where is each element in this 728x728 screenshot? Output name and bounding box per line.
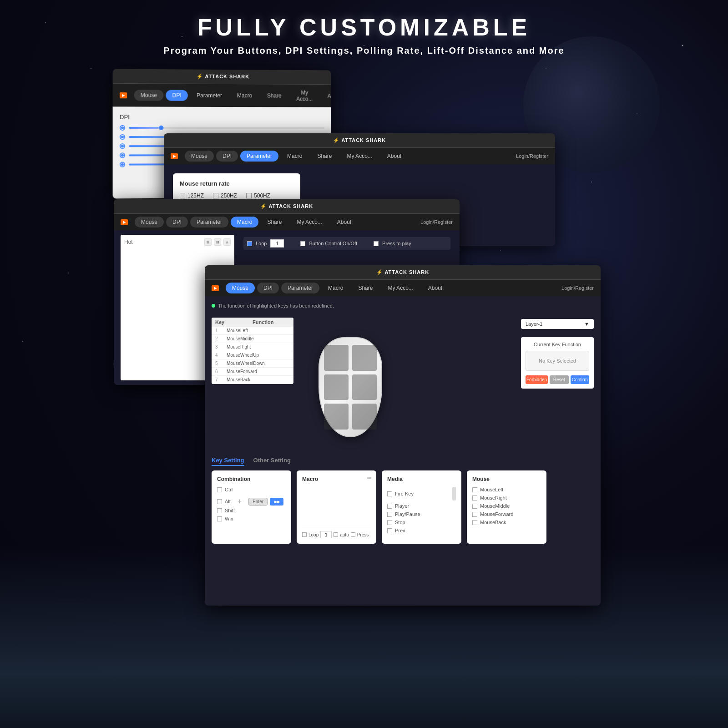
nav-about-dpi[interactable]: About bbox=[321, 91, 331, 101]
poll-checkbox-500[interactable] bbox=[246, 193, 252, 198]
reset-button[interactable]: Reset bbox=[550, 375, 568, 384]
nav-about-macro[interactable]: About bbox=[331, 217, 358, 228]
nav-macro-macro[interactable]: Macro bbox=[231, 217, 258, 228]
poll-500hz: 500HZ bbox=[246, 192, 270, 199]
nav-login-param[interactable]: Login/Register bbox=[516, 153, 548, 159]
macro-icon-1[interactable]: ⊞ bbox=[204, 238, 212, 246]
combo-extra-key: ■■ bbox=[270, 498, 283, 506]
ckp-value: No Key Selected bbox=[526, 351, 589, 371]
hole-4 bbox=[352, 374, 377, 400]
status-bar: The function of highlighted keys has bee… bbox=[212, 303, 594, 308]
nav-share-dpi[interactable]: Share bbox=[261, 90, 288, 101]
dpi-radio-5[interactable] bbox=[120, 162, 125, 167]
media-fire-check[interactable] bbox=[387, 491, 392, 496]
macro-loop-num[interactable] bbox=[320, 531, 332, 538]
tab-other-setting[interactable]: Other Setting bbox=[253, 457, 291, 466]
combo-win-check[interactable] bbox=[217, 516, 222, 521]
nav-mouse-dpi[interactable]: Mouse bbox=[134, 90, 163, 101]
nav-about-param[interactable]: About bbox=[381, 151, 408, 162]
nav-dpi-macro[interactable]: DPI bbox=[166, 217, 188, 228]
nav-mouse-mouse[interactable]: Mouse bbox=[226, 283, 255, 293]
key-row-3[interactable]: 3 MouseRight bbox=[212, 343, 293, 351]
tab-key-setting[interactable]: Key Setting bbox=[212, 457, 244, 466]
macro-icon-3[interactable]: ∧ bbox=[223, 238, 231, 246]
poll-checkbox-125[interactable] bbox=[180, 193, 185, 198]
nav-param-macro[interactable]: Parameter bbox=[190, 217, 228, 228]
dpi-slider-1[interactable] bbox=[129, 127, 324, 129]
confirm-button[interactable]: Confirm bbox=[571, 375, 589, 384]
key-func-4: MouseWheelUp bbox=[227, 353, 290, 358]
combo-alt-check[interactable] bbox=[217, 499, 222, 504]
macro-loop-checkbox[interactable] bbox=[302, 532, 307, 537]
key-row-7[interactable]: 7 MouseBack bbox=[212, 376, 293, 384]
key-row-5[interactable]: 5 MouseWheelDown bbox=[212, 359, 293, 368]
macro-edit-icon[interactable]: ✏ bbox=[367, 475, 372, 481]
macro-loop-check[interactable] bbox=[247, 241, 252, 246]
nav-dpi-mouse[interactable]: DPI bbox=[257, 283, 279, 293]
dpi-radio-1[interactable] bbox=[120, 125, 125, 131]
nav-macro-param[interactable]: Macro bbox=[281, 151, 308, 162]
combo-alt-label: Alt bbox=[225, 499, 231, 504]
mouse-shape bbox=[318, 337, 382, 437]
dpi-section-title: DPI bbox=[120, 114, 324, 121]
key-num-4: 4 bbox=[215, 353, 227, 358]
nav-about-mouse[interactable]: About bbox=[422, 283, 449, 293]
dpi-row-1 bbox=[120, 125, 324, 131]
macro-icon-2[interactable]: ⊟ bbox=[214, 238, 221, 246]
forbidden-button[interactable]: Forbidden bbox=[526, 375, 548, 384]
macro-auto-checkbox[interactable] bbox=[334, 532, 338, 537]
nav-share-param[interactable]: Share bbox=[311, 151, 338, 162]
nav-param-param[interactable]: Parameter bbox=[240, 151, 278, 162]
dpi-radio-2[interactable] bbox=[120, 134, 125, 140]
nav-share-macro[interactable]: Share bbox=[261, 217, 288, 228]
status-message: The function of highlighted keys has bee… bbox=[218, 303, 334, 308]
mouse-middle-check[interactable] bbox=[472, 504, 477, 509]
dpi-radio-4[interactable] bbox=[120, 152, 125, 158]
mouse-setting-window: ⚡ ATTACK SHARK ▶ Mouse DPI Parameter Mac… bbox=[205, 265, 601, 606]
ckp-buttons: Forbidden Reset Confirm bbox=[526, 375, 589, 384]
mouse-right-check[interactable] bbox=[472, 495, 477, 500]
nav-login-mouse[interactable]: Login/Register bbox=[561, 285, 594, 291]
nav-mouse-param[interactable]: Mouse bbox=[185, 151, 214, 162]
mouse-return-title: Mouse return rate bbox=[180, 180, 293, 187]
media-prev-check[interactable] bbox=[387, 528, 392, 533]
nav-acct-macro[interactable]: My Acco... bbox=[290, 217, 328, 228]
nav-param-mouse[interactable]: Parameter bbox=[281, 283, 319, 293]
macro-btn-control-check[interactable] bbox=[300, 241, 305, 246]
mouse-forward-check[interactable] bbox=[472, 512, 477, 517]
nav-share-mouse[interactable]: Share bbox=[352, 283, 379, 293]
media-player-label: Player bbox=[395, 503, 409, 509]
macro-loop-label: Loop bbox=[256, 241, 267, 246]
nav-login-macro[interactable]: Login/Register bbox=[420, 219, 453, 225]
nav-macro-mouse[interactable]: Macro bbox=[322, 283, 349, 293]
mouse-middle: MouseMiddle bbox=[472, 503, 541, 509]
media-stop-check[interactable] bbox=[387, 520, 392, 525]
nav-mouse-macro[interactable]: Mouse bbox=[135, 217, 164, 228]
combo-ctrl-check[interactable] bbox=[217, 487, 222, 492]
nav-acct-mouse[interactable]: My Acco... bbox=[381, 283, 419, 293]
layer-selector[interactable]: Layer-1 ▼ bbox=[521, 319, 594, 329]
media-scroll-bar bbox=[452, 487, 456, 500]
nav-param-dpi[interactable]: Parameter bbox=[190, 90, 228, 101]
nav-dpi-param[interactable]: DPI bbox=[216, 151, 238, 162]
key-row-4[interactable]: 4 MouseWheelUp bbox=[212, 351, 293, 359]
macro-press-check[interactable] bbox=[374, 241, 379, 246]
nav-dpi-dpi[interactable]: DPI bbox=[166, 90, 187, 101]
nav-acct-dpi[interactable]: My Acco... bbox=[290, 87, 319, 105]
combo-plus-icon: + bbox=[238, 497, 242, 506]
poll-checkbox-250[interactable] bbox=[213, 193, 218, 198]
nav-macro-dpi[interactable]: Macro bbox=[231, 90, 258, 101]
key-row-2[interactable]: 2 MouseMiddle bbox=[212, 335, 293, 343]
macro-press-checkbox[interactable] bbox=[351, 532, 355, 537]
dpi-radio-3[interactable] bbox=[120, 143, 125, 149]
media-playpause-check[interactable] bbox=[387, 512, 392, 517]
combo-shift-check[interactable] bbox=[217, 508, 222, 513]
key-row-6[interactable]: 6 MouseForward bbox=[212, 368, 293, 376]
mouse-left-check[interactable] bbox=[472, 487, 477, 492]
mouse-back-check[interactable] bbox=[472, 520, 477, 525]
media-player-check[interactable] bbox=[387, 504, 392, 509]
key-row-1[interactable]: 1 MouseLeft bbox=[212, 327, 293, 335]
macro-loop-input[interactable] bbox=[270, 239, 284, 248]
combo-ctrl: Ctrl bbox=[217, 487, 286, 492]
nav-acct-param[interactable]: My Acco... bbox=[340, 151, 378, 162]
